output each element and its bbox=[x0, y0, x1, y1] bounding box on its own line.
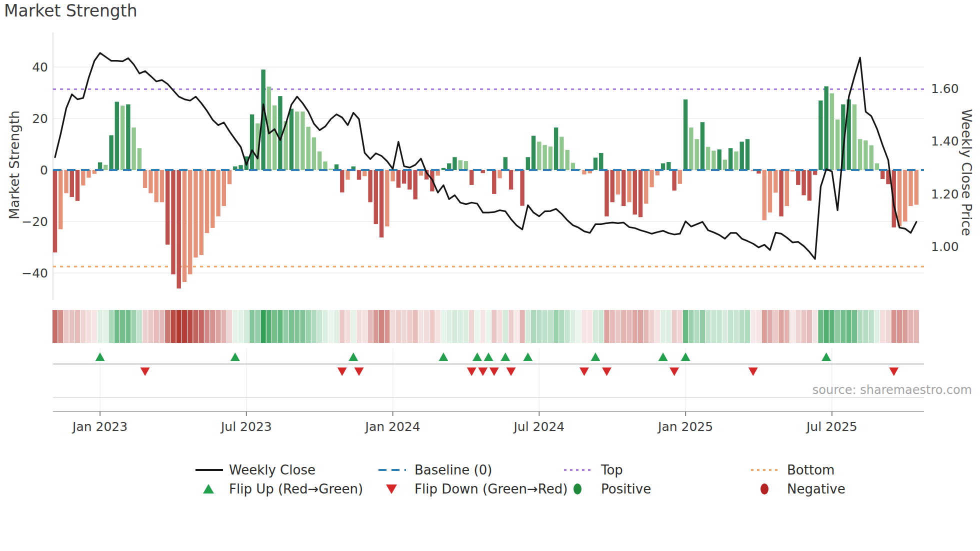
heatmap-cell bbox=[362, 310, 367, 343]
heatmap-cell bbox=[852, 310, 857, 343]
strength-bar bbox=[58, 170, 62, 229]
strength-bar bbox=[458, 160, 462, 170]
flip-up-marker bbox=[658, 352, 668, 361]
strength-bar bbox=[228, 170, 232, 184]
strength-bar bbox=[272, 106, 276, 170]
heatmap-cell bbox=[762, 310, 767, 343]
heatmap-cell bbox=[413, 310, 418, 343]
heatmap-cell bbox=[261, 310, 266, 343]
legend-label: Bottom bbox=[787, 462, 834, 478]
heatmap-cell bbox=[660, 310, 666, 343]
strength-bar bbox=[402, 170, 406, 184]
strength-bar bbox=[498, 170, 502, 178]
positive-dot-icon bbox=[574, 484, 582, 494]
heatmap-cell bbox=[436, 310, 440, 343]
flip-down-marker bbox=[889, 368, 898, 376]
heatmap-cell bbox=[593, 310, 598, 343]
flip-down-marker bbox=[478, 368, 488, 376]
y-tick-label-left: 0 bbox=[40, 163, 48, 178]
heatmap-cell bbox=[464, 310, 468, 343]
strength-bar bbox=[182, 170, 186, 282]
strength-bar bbox=[250, 114, 254, 170]
strength-bar bbox=[914, 170, 918, 205]
heatmap-cell bbox=[604, 310, 609, 343]
heatmap-cell bbox=[598, 310, 604, 343]
strength-bar bbox=[340, 170, 344, 192]
heatmap-cell bbox=[469, 310, 474, 343]
strength-bar bbox=[222, 170, 226, 206]
heatmap-cell bbox=[368, 310, 372, 343]
strength-bar bbox=[312, 138, 316, 170]
strength-bar bbox=[870, 146, 874, 170]
heatmap-cell bbox=[768, 310, 772, 343]
strength-bar bbox=[672, 170, 676, 190]
heatmap-cell bbox=[418, 310, 424, 343]
strength-bar bbox=[290, 108, 294, 170]
legend-label: Flip Down (Green→Red) bbox=[414, 482, 568, 496]
heatmap-cell bbox=[317, 310, 322, 343]
heatmap-cell bbox=[694, 310, 700, 343]
heatmap-cell bbox=[379, 310, 384, 343]
strength-bar bbox=[109, 135, 113, 170]
strength-bar bbox=[728, 148, 732, 170]
heatmap-cell bbox=[238, 310, 243, 343]
heatmap-cell bbox=[75, 310, 80, 343]
strength-bar bbox=[442, 168, 446, 170]
strength-bar bbox=[104, 165, 108, 170]
strength-bar bbox=[678, 170, 682, 184]
heatmap-cell bbox=[446, 310, 452, 343]
heatmap-cell bbox=[666, 310, 671, 343]
heatmap-cell bbox=[554, 310, 558, 343]
x-tick-label: Jul 2025 bbox=[806, 420, 858, 434]
strength-bar bbox=[852, 104, 856, 170]
strength-bar bbox=[385, 170, 389, 226]
strength-bar bbox=[323, 162, 327, 170]
strength-bar bbox=[148, 170, 152, 193]
strength-bar bbox=[796, 170, 800, 185]
heatmap-cell bbox=[312, 310, 316, 343]
heatmap-cell bbox=[272, 310, 277, 343]
heatmap-cell bbox=[508, 310, 514, 343]
strength-bar bbox=[712, 150, 716, 170]
strength-bar bbox=[357, 170, 361, 180]
strength-bar bbox=[548, 146, 552, 170]
strength-bar bbox=[86, 170, 90, 178]
y-tick-label-left: 40 bbox=[32, 60, 48, 74]
strength-bar bbox=[616, 170, 620, 194]
heatmap-cell bbox=[830, 310, 834, 343]
heatmap-cell bbox=[334, 310, 339, 343]
strength-bar bbox=[627, 170, 631, 202]
heatmap-cell bbox=[745, 310, 750, 343]
heatmap-cell bbox=[869, 310, 874, 343]
strength-bar bbox=[779, 170, 783, 216]
legend-label: Positive bbox=[601, 482, 651, 496]
heatmap-cell bbox=[846, 310, 852, 343]
flip-up-marker bbox=[348, 352, 358, 361]
heatmap-cell bbox=[576, 310, 581, 343]
heatmap-cell bbox=[649, 310, 654, 343]
y-tick-label-right: 1.60 bbox=[931, 82, 959, 96]
y-tick-label-left: 20 bbox=[32, 112, 48, 126]
heatmap-cell bbox=[474, 310, 480, 343]
heatmap-cell bbox=[824, 310, 829, 343]
heatmap-cell bbox=[452, 310, 457, 343]
flip-down-marker bbox=[580, 368, 589, 376]
strength-bar bbox=[98, 162, 102, 170]
heatmap-cell bbox=[582, 310, 586, 343]
strength-bar bbox=[604, 170, 608, 216]
heatmap-cell bbox=[250, 310, 254, 343]
strength-bar bbox=[194, 170, 198, 258]
strength-bar bbox=[661, 164, 665, 170]
strength-bar bbox=[774, 170, 778, 192]
flip-up-marker bbox=[523, 352, 532, 361]
heatmap-cell bbox=[655, 310, 660, 343]
strength-bar bbox=[532, 136, 536, 170]
strength-bar bbox=[177, 170, 181, 288]
strength-bar bbox=[126, 104, 130, 170]
heatmap-cell bbox=[626, 310, 632, 343]
flip-down-icon bbox=[386, 484, 397, 494]
strength-bar bbox=[413, 170, 417, 200]
flip-up-marker bbox=[472, 352, 482, 361]
x-tick-label: Jan 2023 bbox=[72, 420, 128, 434]
y-tick-label-right: 1.40 bbox=[931, 134, 959, 148]
